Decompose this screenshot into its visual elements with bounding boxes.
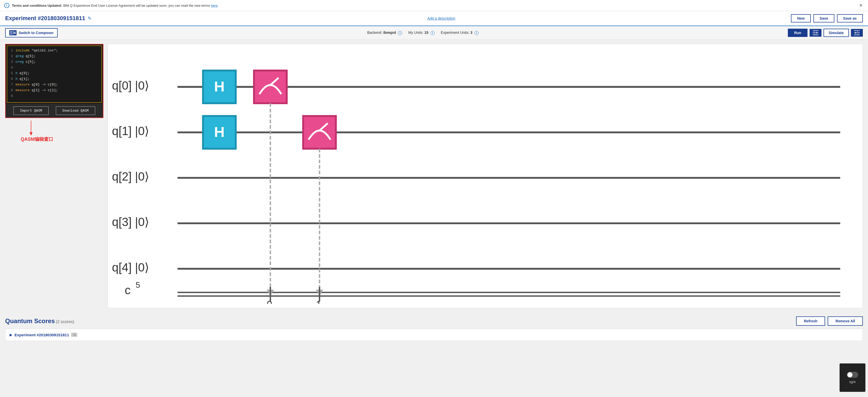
toolbar-right: Run Simulate xyxy=(788,29,863,37)
expand-icon[interactable]: ▶ xyxy=(9,333,12,337)
units-info: My Units: 15 i xyxy=(408,31,435,35)
code-buttons: Import QASM Download QASM xyxy=(6,104,103,118)
measure-gate-q1 xyxy=(303,116,336,149)
notification-link[interactable]: here xyxy=(211,4,217,7)
code-line-6: 6 h q[1]; xyxy=(7,77,101,82)
import-qasm-button[interactable]: Import QASM xyxy=(13,106,49,115)
exp-units-info: Experiment Units: 3 i xyxy=(441,31,478,35)
new-button[interactable]: New xyxy=(791,14,811,23)
svg-point-10 xyxy=(813,31,815,32)
download-qasm-button[interactable]: Download QASM xyxy=(56,106,95,115)
svg-point-16 xyxy=(857,31,859,32)
scores-section: Quantum Scores (2 scores) Refresh Remove… xyxy=(0,312,868,345)
notification-text: Terms and conditions Updated: IBM Q Expe… xyxy=(12,4,858,7)
svg-marker-20 xyxy=(29,132,33,136)
header-left: Experiment #20180309151811 ✎ xyxy=(5,15,92,22)
run-button[interactable]: Run xyxy=(788,29,807,37)
toolbar-center: Backend: ibmqx4 i My Units: 15 i Experim… xyxy=(367,31,478,35)
units-value: 15 xyxy=(424,31,429,35)
qubit-label-1: q[1] |0⟩ xyxy=(112,125,149,138)
backend-info-icon[interactable]: i xyxy=(398,31,402,35)
experiment-row: ▶ Experiment #20180309151811 ↑1 xyxy=(5,329,863,341)
code-line-9: 9 xyxy=(7,94,101,100)
tick-label-1: 1 xyxy=(316,299,322,304)
notification-bar: i Terms and conditions Updated: IBM Q Ex… xyxy=(0,0,868,11)
scores-count: (2 scores) xyxy=(56,320,74,324)
measure-gate-q0 xyxy=(254,70,287,103)
simulate-options-icon xyxy=(854,31,860,35)
simulate-options-button[interactable] xyxy=(851,29,863,37)
add-description-link[interactable]: Add a description xyxy=(427,16,455,21)
refresh-button[interactable]: Refresh xyxy=(796,317,825,326)
h-gate-q0-label: H xyxy=(214,78,225,95)
scores-actions: Refresh Remove All xyxy=(796,317,863,326)
header-right: New Save Save as xyxy=(791,14,863,23)
qubit-label-3: q[3] |0⟩ xyxy=(112,216,149,229)
experiment-badge: ↑1 xyxy=(71,333,77,337)
scores-header: Quantum Scores (2 scores) Refresh Remove… xyxy=(5,317,863,326)
units-info-icon[interactable]: i xyxy=(431,31,435,35)
classical-label-sub: 5 xyxy=(136,280,141,290)
code-line-3: 3 creg c[5]; xyxy=(7,60,101,66)
annotation-arrow-svg xyxy=(21,121,41,136)
code-line-2: 2 qreg q[5]; xyxy=(7,54,101,60)
svg-rect-4 xyxy=(13,31,14,34)
code-line-1: 1 include "qelib1.inc"; xyxy=(7,48,101,54)
tick-label-0: 0 xyxy=(267,299,273,304)
code-editor[interactable]: 1 include "qelib1.inc"; 2 qreg q[5]; 3 c… xyxy=(7,45,102,103)
toolbar-left: Switch to Composer xyxy=(5,28,58,37)
exp-units-value: 3 xyxy=(470,31,472,35)
remove-all-button[interactable]: Remove All xyxy=(828,317,863,326)
svg-point-12 xyxy=(814,34,815,35)
switch-composer-label: Switch to Composer xyxy=(19,31,54,35)
simulate-button[interactable]: Simulate xyxy=(824,29,849,37)
backend-info: Backend: ibmqx4 i xyxy=(367,31,402,35)
backend-value: ibmqx4 xyxy=(383,31,396,35)
composer-icon xyxy=(9,30,17,35)
header-center: Add a description xyxy=(427,16,455,21)
svg-rect-5 xyxy=(14,32,15,34)
run-options-button[interactable] xyxy=(810,29,822,37)
run-options-icon xyxy=(813,31,818,35)
code-line-5: 5 h q[0]; xyxy=(7,71,101,77)
code-area: 1 include "qelib1.inc"; 2 qreg q[5]; 3 c… xyxy=(5,44,103,308)
svg-point-11 xyxy=(816,32,817,34)
exp-units-info-icon[interactable]: i xyxy=(474,31,478,35)
scores-title-area: Quantum Scores (2 scores) xyxy=(5,318,74,325)
svg-rect-2 xyxy=(10,33,13,33)
main-content: 1 include "qelib1.inc"; 2 qreg q[5]; 3 c… xyxy=(0,40,868,312)
qubit-label-0: q[0] |0⟩ xyxy=(112,79,149,92)
code-panel: 1 include "qelib1.inc"; 2 qreg q[5]; 3 c… xyxy=(5,44,103,118)
close-notification-button[interactable]: ✕ xyxy=(858,3,864,8)
info-icon: i xyxy=(4,3,9,8)
code-line-4: 4 xyxy=(7,66,101,71)
switch-to-composer-button[interactable]: Switch to Composer xyxy=(5,28,58,37)
svg-point-18 xyxy=(858,34,859,35)
qubit-label-4: q[4] |0⟩ xyxy=(112,261,149,274)
save-button[interactable]: Save xyxy=(813,14,834,23)
header: Experiment #20180309151811 ✎ Add a descr… xyxy=(0,11,868,26)
svg-rect-1 xyxy=(10,31,13,32)
svg-rect-3 xyxy=(10,34,13,34)
scores-title: Quantum Scores xyxy=(5,318,55,324)
qubit-label-2: q[2] |0⟩ xyxy=(112,170,149,183)
classical-label: c xyxy=(125,284,131,297)
svg-point-17 xyxy=(855,32,856,34)
experiment-title: Experiment #20180309151811 xyxy=(5,15,85,22)
circuit-diagram: q[0] |0⟩ q[1] |0⟩ q[2] |0⟩ q[3] |0⟩ q[4]… xyxy=(112,48,859,304)
edit-icon[interactable]: ✎ xyxy=(88,15,92,21)
annotation-area: QASM编辑窗口 xyxy=(5,118,103,142)
save-as-button[interactable]: Save as xyxy=(837,14,863,23)
svg-rect-6 xyxy=(15,32,16,34)
h-gate-q1-label: H xyxy=(214,124,225,140)
code-line-8: 8 measure q[1] -> c[1]; xyxy=(7,88,101,94)
code-line-7: 7 measure q[0] -> c[0]; xyxy=(7,82,101,88)
toolbar: Switch to Composer Backend: ibmqx4 i My … xyxy=(0,26,868,40)
experiment-name: Experiment #20180309151811 xyxy=(14,333,69,337)
qasm-annotation-label: QASM编辑窗口 xyxy=(21,136,53,142)
circuit-panel: q[0] |0⟩ q[1] |0⟩ q[2] |0⟩ q[3] |0⟩ q[4]… xyxy=(107,44,863,308)
